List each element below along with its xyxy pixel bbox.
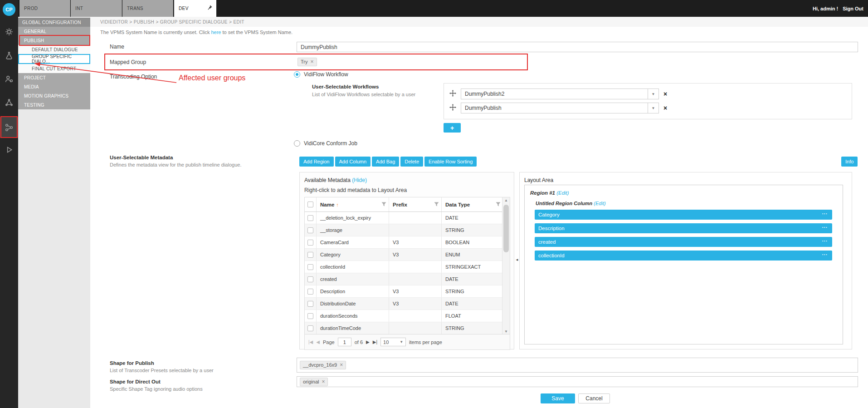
- scroll-down-icon[interactable]: ▼: [502, 329, 510, 334]
- page-number-input[interactable]: [338, 338, 351, 346]
- sidebar-item-group-specific-dialogue[interactable]: GROUP SPECIFIC DIALO...: [18, 54, 90, 64]
- here-link[interactable]: here: [211, 29, 221, 35]
- workflow-select[interactable]: DummyPublish2 ▼: [461, 88, 659, 99]
- user-area: Hi, admin ! Sign Out: [813, 0, 863, 17]
- enable-row-sorting-button[interactable]: Enable Row Sorting: [424, 157, 477, 167]
- table-row[interactable]: durationTimeCode STRING: [305, 322, 503, 334]
- sidebar-item-testing[interactable]: TESTING: [18, 100, 90, 109]
- table-row[interactable]: CameraCard V3 BOOLEAN: [305, 236, 503, 249]
- page-size-select[interactable]: 10 ▼: [380, 338, 406, 346]
- scrollbar-thumb[interactable]: [503, 205, 509, 252]
- cancel-button[interactable]: Cancel: [578, 393, 610, 403]
- panel-splitter[interactable]: ◄: [515, 249, 519, 270]
- shape-direct-input[interactable]: original ×: [297, 376, 858, 387]
- add-region-button[interactable]: Add Region: [299, 157, 334, 167]
- table-scrollbar[interactable]: ▲ ▼: [502, 197, 510, 334]
- configuration-network-icon[interactable]: [0, 117, 18, 138]
- shape-publish-input[interactable]: __dvcpro_16x9 ×: [297, 358, 858, 373]
- layout-item-description[interactable]: Description ...: [535, 223, 832, 233]
- remove-workflow-button[interactable]: ×: [663, 90, 667, 98]
- vidiflow-radio[interactable]: [294, 71, 300, 78]
- table-row[interactable]: collectionId STRINGEXACT: [305, 261, 503, 273]
- layout-item-created[interactable]: created ...: [535, 237, 832, 247]
- env-tab-prod[interactable]: PROD: [20, 0, 70, 17]
- region-edit-link[interactable]: (Edit): [556, 190, 569, 196]
- sidebar-item-publish[interactable]: PUBLISH: [18, 36, 90, 45]
- column-header-prefix[interactable]: Prefix: [389, 197, 442, 211]
- more-icon[interactable]: ...: [822, 223, 828, 229]
- pager-first-button[interactable]: |◀: [308, 339, 313, 344]
- name-input[interactable]: [297, 42, 858, 52]
- sign-out-link[interactable]: Sign Out: [843, 6, 863, 11]
- save-button[interactable]: Save: [541, 393, 575, 403]
- filter-icon[interactable]: [381, 202, 386, 208]
- workflow-select[interactable]: DummyPublish ▼: [461, 103, 659, 113]
- row-checkbox[interactable]: [307, 301, 313, 307]
- pager-last-button[interactable]: ▶|: [373, 339, 377, 344]
- more-icon[interactable]: ...: [822, 251, 828, 256]
- select-all-checkbox[interactable]: [307, 202, 313, 207]
- add-workflow-button[interactable]: +: [444, 123, 461, 133]
- table-row[interactable]: Description V3 STRING: [305, 285, 503, 298]
- column-header-name[interactable]: Name ↑: [317, 197, 389, 211]
- table-row[interactable]: Category V3 ENUM: [305, 249, 503, 261]
- pager-prev-button[interactable]: ◀: [316, 339, 320, 344]
- more-icon[interactable]: ...: [822, 237, 828, 242]
- column-edit-link[interactable]: (Edit): [594, 201, 605, 206]
- remove-tag-icon[interactable]: ×: [322, 379, 325, 385]
- column-header-data-type[interactable]: Data Type: [442, 197, 503, 211]
- metadata-toolbar: Add Region Add Column Add Bag Delete Ena…: [299, 157, 478, 167]
- sidebar-item-default-dialogue[interactable]: DEFAULT DIALOGUE: [18, 45, 90, 54]
- move-icon[interactable]: [449, 104, 456, 113]
- table-row[interactable]: __storage STRING: [305, 224, 503, 236]
- hide-link[interactable]: (Hide): [352, 177, 367, 183]
- remove-tag-icon[interactable]: ×: [310, 59, 313, 65]
- row-checkbox[interactable]: [307, 325, 313, 331]
- row-checkbox[interactable]: [307, 240, 313, 246]
- collapse-left-icon[interactable]: ◄: [515, 258, 519, 262]
- dropdown-button[interactable]: ▼: [648, 103, 658, 113]
- pager-next-button[interactable]: ▶: [366, 339, 370, 344]
- dropdown-button[interactable]: ▼: [648, 89, 658, 99]
- table-row[interactable]: DistributionDate V3 DATE: [305, 298, 503, 310]
- remove-workflow-button[interactable]: ×: [663, 104, 667, 112]
- shape-direct-tag: original ×: [300, 378, 328, 386]
- sidebar-item-project[interactable]: PROJECT: [18, 73, 90, 82]
- modules-icon[interactable]: [0, 23, 18, 41]
- sidebar-item-final-cut-export[interactable]: FINAL CUT EXPORT: [18, 64, 90, 73]
- add-column-button[interactable]: Add Column: [335, 157, 371, 167]
- info-button[interactable]: Info: [841, 157, 858, 167]
- sidebar-item-general[interactable]: GENERAL: [18, 27, 90, 36]
- env-tab-trans[interactable]: TRANS: [122, 0, 173, 17]
- row-checkbox[interactable]: [307, 252, 313, 258]
- hierarchy-icon[interactable]: [0, 93, 18, 112]
- process-flask-icon[interactable]: [0, 46, 18, 64]
- filter-icon[interactable]: [496, 202, 501, 208]
- delete-button[interactable]: Delete: [400, 157, 423, 167]
- table-row[interactable]: created DATE: [305, 273, 503, 285]
- row-checkbox[interactable]: [307, 215, 313, 221]
- table-row[interactable]: durationSeconds FLOAT: [305, 310, 503, 322]
- remove-tag-icon[interactable]: ×: [340, 362, 343, 368]
- row-checkbox[interactable]: [307, 276, 313, 282]
- sidebar-item-media[interactable]: MEDIA: [18, 82, 90, 91]
- env-tab-dev[interactable]: DEV: [174, 0, 216, 17]
- filter-icon[interactable]: [434, 202, 439, 208]
- env-tab-int[interactable]: INT: [71, 0, 122, 17]
- vidicore-radio[interactable]: [294, 140, 300, 147]
- row-checkbox[interactable]: [307, 264, 313, 270]
- pin-icon[interactable]: [206, 5, 213, 12]
- add-bag-button[interactable]: Add Bag: [372, 157, 399, 167]
- layout-item-category[interactable]: Category ...: [535, 210, 832, 220]
- user-settings-icon[interactable]: [0, 70, 18, 88]
- sidebar-item-motion-graphics[interactable]: MOTION GRAPHICS: [18, 91, 90, 100]
- row-checkbox[interactable]: [307, 289, 313, 295]
- row-checkbox[interactable]: [307, 313, 313, 319]
- table-row[interactable]: __deletion_lock_expiry DATE: [305, 212, 503, 224]
- move-icon[interactable]: [449, 90, 456, 98]
- layout-item-collectionid[interactable]: collectionId ...: [535, 251, 832, 261]
- row-checkbox[interactable]: [307, 227, 313, 233]
- more-icon[interactable]: ...: [822, 210, 828, 215]
- scroll-up-icon[interactable]: ▲: [502, 198, 510, 202]
- play-editor-icon[interactable]: [0, 141, 18, 159]
